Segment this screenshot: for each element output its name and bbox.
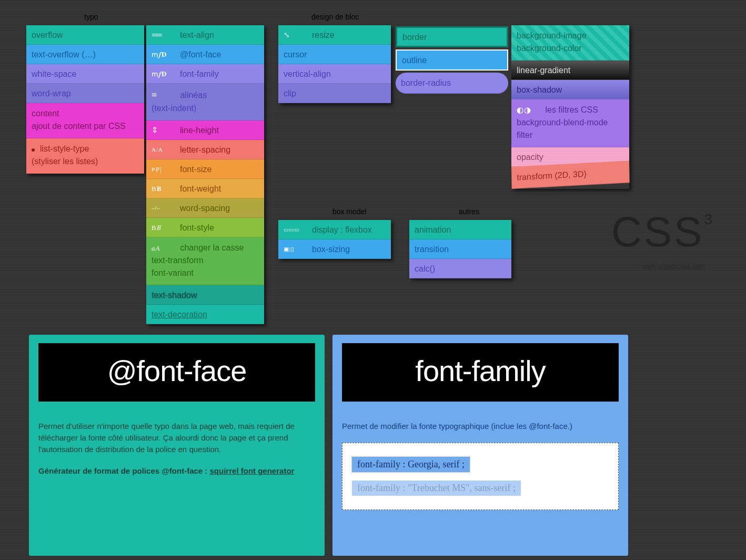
prop-font-family[interactable]: font-family [146,64,264,84]
prop-font-size[interactable]: font-size [146,159,264,179]
prop-font-face[interactable]: @font-face [146,45,264,64]
prop-outline[interactable]: outline [396,49,508,71]
css3-logo: CSS3 [611,208,714,256]
panel-title-font-face: @font-face [38,343,315,402]
prop-text-indent[interactable]: alinéas (text-indent) [146,84,264,121]
prop-calc[interactable]: calc() [409,259,511,278]
panel-font-face: @font-face Permet d'utiliser n'importe q… [29,335,325,556]
wordspacing-icon [152,198,173,218]
prop-background[interactable]: background-image background-color [511,25,629,61]
section-title-autres: autres [453,207,479,218]
prop-text-transform[interactable]: changer la casse text-transform font-var… [146,237,264,285]
align-icon [152,25,173,45]
section-title-typo: typo [79,13,98,23]
fontsize-icon [152,159,173,179]
filter-icon [517,104,538,116]
panel-fam-desc: Permet de modifier la fonte typographiqu… [342,421,619,432]
section-title-boxmodel: box model [327,207,367,218]
prop-vertical-align[interactable]: vertical-align [278,64,391,84]
prop-animation[interactable]: animation [409,220,511,239]
prop-linear-gradient[interactable]: linear-gradient [511,61,629,80]
prop-line-height[interactable]: line-height [146,121,264,140]
prop-font-style[interactable]: font-style [146,218,264,237]
code-example-box: font-family : Georgia, serif ; font-fami… [342,443,619,510]
prop-white-space[interactable]: white-space [26,64,144,84]
w3schools-link[interactable]: www.w3schools.com [642,262,705,270]
display-icon [284,219,305,239]
lineheight-icon [152,121,173,140]
prop-display[interactable]: display : flexbox [278,220,391,239]
code-line-2: font-family : "Trebuchet MS", sans-serif… [352,481,521,496]
prop-word-wrap[interactable]: word-wrap [26,84,144,103]
texttransform-icon [152,243,173,254]
prop-text-shadow[interactable]: text-shadow [146,285,264,305]
prop-word-spacing[interactable]: word-spacing [146,198,264,218]
prop-text-align[interactable]: text-align [146,25,264,45]
fontfamily-icon [152,64,173,84]
prop-text-decoration[interactable]: text-decoration [146,305,264,324]
boxsizing-icon [284,239,305,259]
prop-clip[interactable]: clip [278,84,391,103]
prop-border-radius[interactable]: border-radius [396,73,508,94]
fontstyle-icon [152,218,173,237]
prop-border[interactable]: border [396,26,508,47]
code-line-1: font-family : Georgia, serif ; [352,457,470,472]
indent-icon [152,88,173,102]
bullet-icon [32,148,35,152]
prop-overflow[interactable]: overflow [26,25,144,45]
squirrel-link[interactable]: squirrel font generator [210,466,295,475]
prop-font-weight[interactable]: font-weight [146,179,264,198]
prop-content[interactable]: content ajout de content par CSS [26,103,144,138]
prop-cursor[interactable]: cursor [278,45,391,64]
prop-list-style-type[interactable]: list-style-type (styliser les listes) [26,138,144,174]
prop-transition[interactable]: transition [409,239,511,259]
resize-icon [284,25,305,45]
section-title-design: design de bloc [306,13,359,23]
prop-text-overflow[interactable]: text-overflow (…) [26,45,144,64]
prop-box-shadow[interactable]: box-shadow [511,80,629,99]
panel-font-family: font-family Permet de modifier la fonte … [332,335,628,556]
panel-ff-gen: Générateur de format de polices @font-fa… [38,465,315,477]
panel-title-font-family: font-family [342,343,619,402]
fontweight-icon [152,179,173,198]
prop-filters[interactable]: les filtres CSS background-blend-mode fi… [511,99,629,147]
letterspacing-icon [152,139,173,159]
prop-resize[interactable]: resize [278,25,391,45]
prop-box-sizing[interactable]: box-sizing [278,239,391,259]
prop-letter-spacing[interactable]: letter-spacing [146,140,264,159]
panel-ff-desc: Permet d'utiliser n'importe quelle typo … [38,421,315,455]
fontface-icon [152,45,173,64]
